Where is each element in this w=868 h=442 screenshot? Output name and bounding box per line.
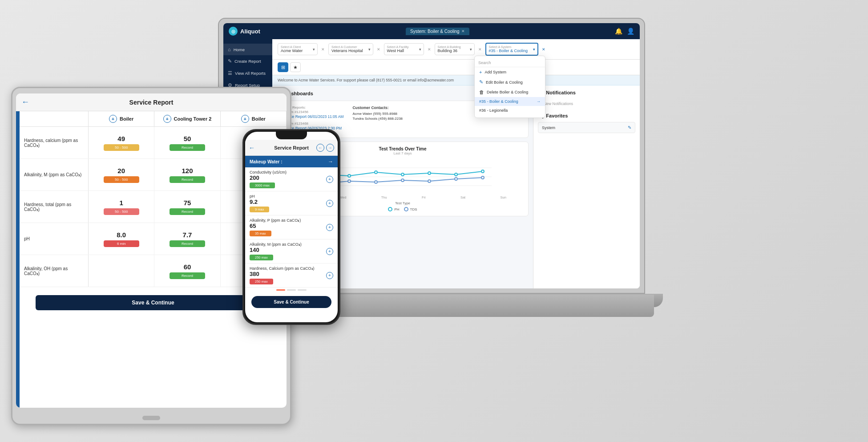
system-select[interactable]: Select A System #35 - Boiler & Cooling	[485, 43, 539, 56]
facility-select[interactable]: Select A Facility West Hall	[384, 43, 424, 55]
svg-point-4	[348, 174, 351, 177]
cell-value-3-2: 75	[184, 199, 191, 207]
tablet-row-label-4: pH	[20, 223, 89, 255]
phone-value-1: 200	[250, 174, 259, 181]
dropdown-item-label: Add System	[485, 70, 507, 74]
list-view-btn[interactable]: ★	[290, 62, 301, 72]
app-topbar: ◎ Aliquot System: Boiler & Cooling ✕ 🔔 👤	[223, 23, 640, 39]
phone-next-icon[interactable]: →	[326, 144, 334, 152]
phone-row-3: Alkalinity, P (ppm as CaCO₃) 65 35 max +	[245, 215, 338, 239]
customer-label: Select A Customer	[331, 45, 363, 49]
facility-label: Select A Facility	[387, 45, 414, 49]
cell-badge-1-1: 50 - 500	[104, 144, 139, 151]
dropdown-item-label: Delete Boiler & Cooling	[487, 90, 528, 94]
app-topbar-icons: 🔔 👤	[615, 28, 634, 35]
cell-badge-2-2: Record	[170, 176, 205, 183]
tablet-save-button[interactable]: Save & Continue	[36, 295, 270, 310]
svg-point-8	[455, 173, 457, 176]
tablet-col-add-1[interactable]: +	[109, 115, 117, 123]
ph-legend-label: PH	[394, 207, 399, 211]
list-icon: ☰	[228, 70, 232, 76]
phone-row-2-left: pH 9.2 9 max	[250, 194, 323, 212]
phone-row-2: pH 9.2 9 max +	[245, 191, 338, 215]
tablet-col-title-1: Boiler	[120, 116, 133, 122]
facility-value: West Hall	[387, 49, 414, 53]
client-select[interactable]: Select A Client Acme Water	[278, 43, 318, 55]
x-label-fri: Fri	[422, 195, 426, 199]
scroll-dot-inactive-1	[287, 289, 296, 291]
tablet-col-add-3[interactable]: +	[241, 115, 249, 123]
create-icon: ✎	[228, 58, 232, 64]
x-label-sat: Sat	[460, 195, 465, 199]
tablet-topbar: ← Service Report	[16, 93, 287, 111]
tablet-home-button[interactable]	[142, 416, 160, 420]
tablet-sidebar-accent	[16, 111, 20, 408]
sidebar-item-view-reports[interactable]: ☰ View All Reports	[223, 67, 272, 79]
facility-filter: Select A Facility West Hall	[387, 45, 414, 53]
phone-row-1: Conductivity (uS/cm) 200 3000 max +	[245, 167, 338, 191]
phone-value-5: 380	[250, 271, 259, 277]
customer-close-icon[interactable]: ✕	[377, 47, 380, 52]
cell-badge-1-2: Record	[170, 144, 205, 151]
facility-close-icon[interactable]: ✕	[428, 47, 431, 52]
phone-section-header: Makeup Water : →	[245, 156, 338, 167]
favorites-item-label: System	[542, 126, 555, 130]
svg-point-6	[401, 173, 404, 176]
tablet-cell-3-2: 75 Record	[154, 191, 220, 223]
contact-1: Acme Water (555) 555-8988	[352, 112, 403, 116]
sidebar-item-create-report[interactable]: ✎ Create Report	[223, 55, 272, 67]
app-logo-icon: ◎	[229, 27, 238, 36]
dropdown-item-35[interactable]: #35 - Boiler & Cooling →	[475, 97, 545, 106]
tablet-cell-1-2: 50 Record	[154, 127, 220, 158]
tablet-row-label-3: Hardness, total (ppm as CaCO₃)	[20, 191, 89, 223]
building-select[interactable]: Select A Building Building 36	[435, 43, 475, 55]
dropdown-delete-boiler[interactable]: 🗑 Delete Boiler & Cooling	[475, 87, 545, 97]
dropdown-search-label: Search	[475, 59, 545, 67]
contacts-title: Customer Contacts:	[352, 105, 403, 110]
phone-back-button[interactable]: ←	[249, 144, 255, 151]
cell-badge-3-2: Record	[170, 208, 205, 215]
x-label-thu: Thu	[381, 195, 387, 199]
cell-badge-4-2: Record	[170, 240, 205, 247]
app-active-tab[interactable]: System: Boiler & Cooling ✕	[406, 28, 469, 35]
sidebar-item-home[interactable]: ⌂ Home	[223, 44, 272, 55]
client-close-icon[interactable]: ✕	[321, 47, 325, 52]
building-filter: Select A Building Building 36	[438, 45, 464, 53]
phone-prev-icon[interactable]: ←	[316, 144, 324, 152]
bell-icon[interactable]: 🔔	[615, 28, 622, 35]
phone-add-btn-5[interactable]: +	[326, 272, 333, 279]
client-filter-group: Select A Client Acme Water ✕	[278, 43, 325, 55]
phone-add-btn-3[interactable]: +	[326, 224, 333, 231]
tablet-cell-5-2: 60 Record	[154, 255, 220, 287]
cell-value-1-2: 50	[184, 135, 191, 142]
phone-add-btn-2[interactable]: +	[326, 200, 333, 207]
dropdown-item-label: Edit Boiler & Cooling	[486, 80, 523, 85]
phone-row-5-left: Hardness, Calcium (ppm as CaCO₃) 380 250…	[250, 266, 323, 284]
dropdown-item-36[interactable]: #36 - Legionella	[475, 106, 545, 115]
system-close-icon[interactable]: ✕	[542, 47, 545, 52]
phone-row-4: Alkalinity, M (ppm as CaCO₃) 140 250 max…	[245, 239, 338, 264]
phone-save-button[interactable]: Save & Continue	[251, 296, 331, 308]
phone-section-expand-icon[interactable]: →	[328, 158, 333, 165]
tablet-back-button[interactable]: ←	[21, 97, 29, 107]
contacts-col: Customer Contacts: Acme Water (555) 555-…	[352, 105, 403, 133]
user-icon[interactable]: 👤	[627, 28, 634, 35]
tds-legend-dot	[404, 207, 408, 211]
building-close-icon[interactable]: ✕	[478, 47, 482, 52]
customer-select[interactable]: Select A Customer Veterans Hospital	[328, 43, 373, 55]
client-label: Select A Client	[281, 45, 307, 49]
phone-add-btn-4[interactable]: +	[326, 248, 333, 255]
grid-view-btn[interactable]: ⊞	[278, 62, 288, 72]
phone-screen: ← Service Report ← → Makeup Water : → Co…	[245, 132, 338, 322]
tablet-col-add-2[interactable]: +	[163, 115, 171, 123]
tablet-col-boiler-1: + Boiler	[89, 111, 154, 126]
cell-badge-4-1: 6 min	[104, 240, 139, 247]
cell-value-4-1: 8.0	[117, 231, 126, 239]
dropdown-add-system[interactable]: + Add System	[475, 67, 545, 77]
favorites-edit-icon[interactable]: ✎	[628, 125, 631, 130]
phone-add-btn-1[interactable]: +	[326, 176, 333, 183]
close-icon[interactable]: ✕	[461, 29, 465, 33]
phone-badge-2: 9 max	[250, 207, 269, 212]
tablet-col-boiler-2: + Boiler	[221, 111, 287, 126]
dropdown-edit-boiler[interactable]: ✎ Edit Boiler & Cooling	[475, 77, 545, 87]
